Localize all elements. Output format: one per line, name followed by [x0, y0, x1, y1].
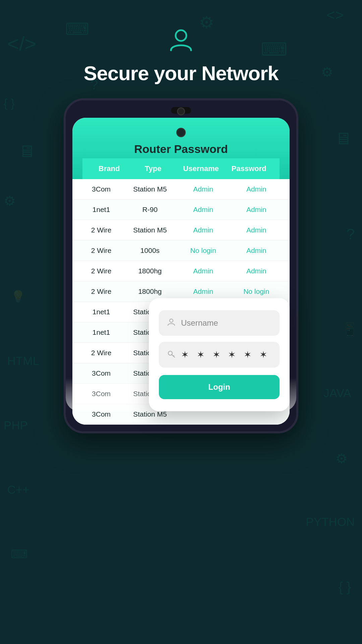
cell-type: Station M5	[123, 410, 177, 418]
col-password: Password	[225, 164, 273, 173]
cell-brand: 2 Wire	[79, 287, 123, 296]
password-dots: ✶ ✶ ✶ ✶ ✶ ✶	[181, 349, 270, 360]
phone-notch	[171, 107, 191, 114]
cell-username: Admin	[177, 267, 230, 275]
cell-username: Admin	[177, 287, 230, 296]
cell-brand: 3Com	[79, 185, 123, 193]
cell-type: Station M5	[123, 226, 177, 234]
cell-brand: 1net1	[79, 328, 123, 336]
cell-password: Admin	[230, 247, 283, 255]
cell-password: No login	[230, 287, 283, 296]
table-row[interactable]: 2 Wire 1000s No login Admin	[72, 240, 290, 261]
table-row[interactable]: 2 Wire 1800hg Admin Admin	[72, 261, 290, 281]
cell-username: No login	[177, 247, 230, 255]
cell-brand: 2 Wire	[79, 226, 123, 234]
cell-username: Admin	[177, 206, 230, 214]
cell-username: Admin	[177, 185, 230, 193]
table-row[interactable]: 3Com Station M5 Admin Admin	[72, 179, 290, 200]
table-header: Brand Type Username Password	[82, 158, 280, 179]
cell-brand: 2 Wire	[79, 247, 123, 255]
table-row[interactable]: 1net1 R-90 Admin Admin	[72, 200, 290, 220]
camera-icon	[176, 128, 186, 137]
login-popup: Username ✶ ✶ ✶ ✶ ✶ ✶ Login	[149, 298, 290, 411]
col-type: Type	[129, 164, 177, 173]
cell-username: Admin	[177, 226, 230, 234]
cell-brand: 2 Wire	[79, 267, 123, 275]
cell-type: Station M5	[123, 185, 177, 193]
phone-mockup: Router Password Brand Type Username Pass…	[64, 98, 298, 433]
hero-section: Secure your Network	[0, 0, 362, 98]
hero-title: Secure your Network	[83, 62, 278, 85]
login-button[interactable]: Login	[159, 375, 280, 399]
table-row[interactable]: 2 Wire Station M5 Admin Admin	[72, 220, 290, 240]
cell-password: Admin	[230, 185, 283, 193]
app-title: Router Password	[82, 143, 280, 156]
cell-type: 1000s	[123, 247, 177, 255]
key-field-icon	[167, 350, 176, 360]
cell-brand: 1net1	[79, 206, 123, 214]
user-field-icon	[167, 318, 176, 328]
cell-type: 1800hg	[123, 287, 177, 296]
phone-shell: Router Password Brand Type Username Pass…	[64, 98, 298, 433]
cell-brand: 3Com	[79, 410, 123, 418]
cell-password: Admin	[230, 206, 283, 214]
password-field[interactable]: ✶ ✶ ✶ ✶ ✶ ✶	[159, 342, 280, 368]
svg-point-0	[176, 30, 186, 41]
cell-password: Admin	[230, 267, 283, 275]
cell-type: R-90	[123, 206, 177, 214]
cell-brand: 1net1	[79, 308, 123, 316]
col-brand: Brand	[89, 164, 129, 173]
username-field[interactable]: Username	[159, 310, 280, 336]
cell-brand: 3Com	[79, 369, 123, 377]
app-header: Router Password Brand Type Username Pass…	[72, 118, 290, 179]
username-placeholder: Username	[181, 318, 218, 328]
user-icon	[168, 27, 194, 54]
cell-password: Admin	[230, 226, 283, 234]
col-username: Username	[177, 164, 225, 173]
cell-type: 1800hg	[123, 267, 177, 275]
cell-brand: 2 Wire	[79, 349, 123, 357]
svg-point-1	[170, 319, 173, 322]
